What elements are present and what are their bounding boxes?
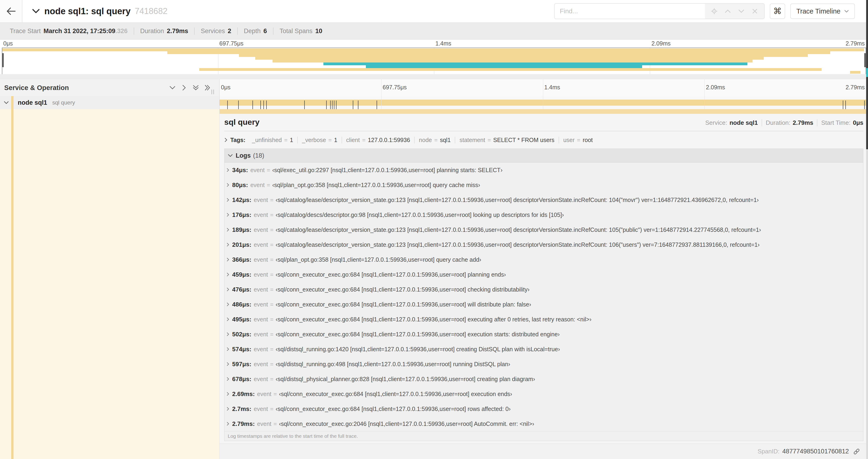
log-message: ‹sql/plan_opt.go:358 [nsql1,client=127.0… (272, 182, 480, 189)
find-input[interactable] (555, 4, 705, 19)
viewrange-right-handle[interactable] (864, 53, 866, 67)
next-result-icon[interactable] (735, 5, 747, 17)
timeline-tick-label: 1.4ms (545, 84, 560, 91)
collapse-one-icon[interactable] (169, 84, 176, 91)
chevron-right-icon (226, 168, 229, 172)
timeline-tick-label: 2.09ms (706, 84, 725, 91)
summary-item-suffix: .326 (115, 28, 128, 35)
collapse-all-icon[interactable] (192, 84, 199, 91)
span-row-node-sql1[interactable]: node sql1 sql query (0, 96, 868, 109)
log-message: ‹sql/conn_executor_exec.go:684 [nsql1,cl… (279, 391, 512, 397)
detail-meta-label: Duration: (766, 119, 790, 126)
tag-equals: = (362, 137, 366, 143)
detail-meta-value: node sql1 (730, 119, 757, 126)
expand-all-icon[interactable] (204, 84, 211, 91)
keyboard-shortcuts-button[interactable]: ⌘ (770, 3, 785, 19)
prev-result-icon[interactable] (722, 5, 734, 17)
log-equals: = (270, 405, 274, 412)
tag-item: _unfinished=1 (248, 137, 297, 143)
log-entry[interactable]: 176μs:event=‹sql/catalog/descs/descripto… (224, 207, 863, 222)
chevron-right-icon (226, 257, 229, 262)
logs-header[interactable]: Logs (18) (224, 149, 863, 163)
minimap-canvas[interactable] (2, 47, 866, 75)
log-timestamp: 459μs: (232, 271, 251, 278)
log-field-key: event (250, 182, 265, 189)
log-equals: = (270, 301, 274, 308)
log-entry[interactable]: 2.69ms:event=‹sql/conn_executor_exec.go:… (224, 387, 863, 401)
trace-view-selector[interactable]: Trace Timeline (790, 3, 855, 19)
log-entry[interactable]: 476μs:event=‹sql/conn_executor_exec.go:6… (224, 282, 863, 297)
log-equals: = (270, 241, 274, 248)
log-equals: = (270, 256, 274, 263)
log-entry[interactable]: 189μs:event=‹sql/catalog/lease/descripto… (224, 222, 863, 237)
log-message: ‹sql/conn_executor_exec.go:2046 [nsql1,c… (279, 421, 534, 427)
span-detail-region: sql query Service:node sql1Duration:2.79… (220, 109, 866, 459)
log-equals: = (270, 197, 274, 203)
top-right-controls: ⌘ Trace Timeline (554, 3, 855, 19)
log-entry[interactable]: 486μs:event=‹sql/conn_executor_exec.go:6… (224, 297, 863, 312)
log-entry[interactable]: 201μs:event=‹sql/catalog/lease/descripto… (224, 237, 863, 252)
log-entry[interactable]: 142μs:event=‹sql/catalog/lease/descripto… (224, 192, 863, 207)
log-entry[interactable]: 2.79ms:event=‹sql/conn_executor_exec.go:… (224, 416, 863, 431)
chevron-right-icon (226, 392, 229, 396)
log-message: ‹sql/plan_opt.go:358 [nsql1,client=127.0… (276, 256, 481, 263)
log-equals: = (270, 346, 274, 353)
clear-search-icon[interactable] (749, 5, 761, 17)
span-detail-color-strip (220, 109, 866, 114)
timeline-tick-label: 1.4ms (435, 40, 451, 47)
log-timestamp: 678μs: (232, 375, 251, 383)
copy-link-icon[interactable] (852, 448, 861, 456)
span-row-name-cell[interactable]: node sql1 sql query (0, 96, 220, 109)
log-entry[interactable]: 2.7ms:event=‹sql/conn_executor_exec.go:6… (224, 401, 863, 416)
detail-bottom-bar: SpanID: 4877749850101760812 (220, 444, 866, 459)
span-row-timeline-cell[interactable] (220, 96, 866, 109)
log-entry[interactable]: 574μs:event=‹sql/distsql_running.go:1420… (224, 342, 863, 357)
focus-result-icon[interactable] (708, 5, 720, 17)
log-timestamp: 2.69ms: (232, 390, 255, 398)
gap-band (0, 74, 868, 79)
column-resizer-grip[interactable] (211, 90, 214, 94)
log-message: ‹sql/conn_executor_exec.go:684 [nsql1,cl… (276, 316, 591, 323)
log-equals: = (267, 182, 270, 189)
viewrange-left-handle[interactable] (2, 53, 4, 67)
log-timestamp: 2.79ms: (232, 420, 255, 428)
log-entry[interactable]: 459μs:event=‹sql/conn_executor_exec.go:6… (224, 267, 863, 282)
chevron-right-icon (226, 347, 229, 352)
log-field-key: event (254, 211, 268, 218)
log-entry[interactable]: 597μs:event=‹sql/distsql_running.go:498 … (224, 357, 863, 371)
log-timestamp: 476μs: (232, 286, 251, 293)
log-entry[interactable]: 80μs:event=‹sql/plan_opt.go:358 [nsql1,c… (224, 177, 863, 192)
chevron-right-icon (226, 183, 229, 187)
log-entry[interactable]: 678μs:event=‹sql/distsql_physical_planne… (224, 371, 863, 387)
tags-toggle[interactable]: Tags: (224, 137, 248, 143)
log-entry[interactable]: 34μs:event=‹sql/exec_util.go:2297 [nsql1… (224, 163, 863, 177)
log-entry[interactable]: 366μs:event=‹sql/plan_opt.go:358 [nsql1,… (224, 252, 863, 267)
selected-row-left-column (0, 109, 220, 459)
expand-one-icon[interactable] (181, 84, 188, 91)
collapse-trace-chevron-icon[interactable] (32, 9, 40, 13)
tag-equals: = (488, 137, 491, 143)
trace-id: 7418682 (135, 6, 167, 16)
minimap-span-bar (255, 57, 764, 60)
span-table-header: Service & Operation 0μs697.75μs1.4ms2.09… (0, 79, 868, 96)
span-id-label: SpanID: (757, 448, 780, 455)
log-timestamp: 34μs: (232, 167, 248, 174)
back-button[interactable] (0, 0, 22, 22)
tag-item: _verbose=1 (297, 137, 341, 143)
log-field-key: event (254, 405, 268, 412)
span-detail-meta: Service:node sql1Duration:2.79msStart Ti… (702, 119, 864, 126)
chevron-right-icon (226, 272, 229, 277)
log-message: ‹sql/distsql_running.go:1420 [nsql1,clie… (276, 346, 560, 353)
summary-item-label: Depth (244, 28, 260, 35)
page-scrollbar[interactable] (866, 0, 868, 459)
log-field-key: event (254, 331, 268, 338)
span-collapse-chevron-icon[interactable] (4, 101, 9, 104)
log-timestamp: 176μs: (232, 211, 251, 219)
log-field-key: event (257, 421, 271, 427)
log-entry[interactable]: 495μs:event=‹sql/conn_executor_exec.go:6… (224, 312, 863, 327)
span-service-name: node sql1 (18, 99, 47, 106)
tag-equals: = (577, 137, 581, 143)
log-field-key: event (254, 256, 268, 263)
log-entry[interactable]: 502μs:event=‹sql/conn_executor_exec.go:6… (224, 327, 863, 342)
minimap-span-bar (366, 65, 642, 68)
